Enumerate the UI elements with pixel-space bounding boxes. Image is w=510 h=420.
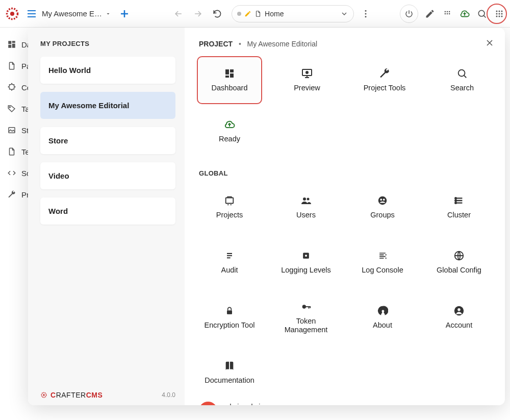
svg-point-28: [43, 394, 45, 396]
file-icon: [7, 147, 16, 156]
craftercms-logo-icon: [5, 7, 19, 21]
svg-rect-7: [449, 11, 450, 12]
sidebar-item-pages[interactable]: Pag: [0, 55, 31, 77]
create-button[interactable]: [116, 6, 133, 22]
book-icon: [223, 360, 236, 372]
monitor-icon: [301, 67, 313, 80]
tile-account[interactable]: Account: [428, 294, 490, 340]
sidebar-item-project-tools[interactable]: Pr: [0, 184, 31, 205]
site-selector-label: My Awesome E…: [42, 9, 102, 18]
tile-label: Global Config: [437, 266, 481, 275]
power-button[interactable]: [400, 5, 418, 23]
project-card[interactable]: Video: [40, 162, 175, 189]
apps-launcher-button[interactable]: [494, 8, 505, 19]
tile-cluster[interactable]: Cluster: [428, 184, 490, 230]
svg-rect-48: [227, 310, 232, 314]
tile-project-tools[interactable]: Project Tools: [354, 58, 415, 102]
tile-logging-levels[interactable]: Logging Levels: [275, 239, 337, 285]
svg-point-19: [499, 15, 500, 17]
main-menu-button[interactable]: [23, 6, 40, 22]
svg-rect-6: [447, 11, 448, 12]
tile-token-management[interactable]: Token Management: [275, 294, 337, 340]
grid-button[interactable]: [442, 8, 453, 19]
svg-point-17: [501, 13, 503, 14]
reload-button[interactable]: [212, 9, 222, 19]
wrench-icon: [7, 190, 16, 199]
modal-content: PROJECT • My Awesome Editorial Dashboard…: [185, 28, 505, 405]
svg-point-3: [365, 13, 367, 14]
svg-rect-32: [225, 76, 229, 78]
tile-preview[interactable]: Preview: [276, 58, 338, 102]
brand-letter: C: [50, 391, 56, 399]
svg-rect-31: [230, 73, 234, 78]
tile-dashboard[interactable]: Dashboard: [199, 58, 260, 102]
project-card[interactable]: Word: [40, 197, 175, 225]
tile-log-console[interactable]: Log Console: [352, 239, 413, 285]
svg-point-44: [455, 203, 456, 204]
tile-projects[interactable]: Projects: [199, 184, 260, 230]
tile-about[interactable]: About: [352, 294, 413, 340]
tile-search[interactable]: Search: [431, 58, 493, 102]
tile-documentation[interactable]: Documentation: [199, 350, 260, 396]
tag-icon: [7, 104, 16, 113]
search-button[interactable]: [476, 8, 488, 19]
project-card[interactable]: Store: [40, 127, 175, 154]
sidebar-item-templates[interactable]: Tem: [0, 141, 31, 162]
tile-audit[interactable]: Audit: [199, 239, 260, 285]
publish-cloud-button[interactable]: [459, 8, 470, 19]
tile-global-config[interactable]: Global Config: [428, 239, 490, 285]
tile-users[interactable]: Users: [275, 184, 337, 230]
back-button[interactable]: [173, 9, 184, 19]
chevron-down-icon: [340, 10, 348, 18]
more-button[interactable]: [360, 8, 371, 19]
users-icon: [300, 194, 312, 207]
tile-label: Project Tools: [364, 84, 406, 92]
groups-icon: [376, 194, 389, 207]
project-name: Video: [48, 171, 69, 180]
svg-rect-10: [449, 13, 450, 14]
console-icon: [376, 250, 389, 262]
brand-label: CRAFTERCMS: [40, 391, 103, 399]
project-card[interactable]: Hello World: [40, 57, 175, 84]
sidebar-item-dashboard[interactable]: Da: [0, 34, 31, 55]
svg-point-43: [455, 200, 456, 202]
svg-point-25: [9, 107, 10, 108]
address-bar[interactable]: Home: [232, 5, 354, 22]
project-name: Store: [48, 136, 68, 145]
site-selector[interactable]: My Awesome E…: [42, 9, 111, 18]
lock-icon: [223, 305, 236, 317]
tile-label: Documentation: [205, 376, 254, 385]
globe-icon: [453, 250, 465, 262]
tile-label: Logging Levels: [281, 266, 331, 275]
svg-rect-52: [310, 306, 311, 308]
sidebar-item-scripts[interactable]: Scri: [0, 162, 31, 184]
tile-label: Account: [446, 321, 472, 330]
svg-point-12: [496, 10, 498, 12]
brand-text: CMS: [86, 391, 103, 399]
breadcrumb: PROJECT • My Awesome Editorial: [199, 40, 493, 48]
tile-groups[interactable]: Groups: [352, 184, 413, 230]
project-card-selected[interactable]: My Awesome Editorial: [40, 92, 175, 119]
sidebar-item-components[interactable]: Com: [0, 77, 31, 98]
code-icon: [7, 168, 16, 178]
tile-encryption-tool[interactable]: Encryption Tool: [199, 294, 260, 340]
forward-button[interactable]: [193, 9, 203, 19]
tile-label: Log Console: [362, 266, 403, 275]
tile-label: Projects: [216, 211, 243, 219]
sidebar-item-static[interactable]: Stat: [0, 119, 31, 141]
svg-rect-36: [226, 198, 234, 204]
crumb-sep: •: [237, 40, 243, 48]
tile-label: Groups: [370, 211, 395, 219]
svg-point-20: [501, 15, 503, 17]
gear-icon: [40, 391, 47, 399]
close-button[interactable]: [484, 38, 495, 48]
sidebar-item-taxonomy[interactable]: Tax: [0, 98, 31, 119]
logout-button[interactable]: [480, 405, 493, 405]
svg-point-40: [380, 199, 382, 201]
svg-point-14: [501, 10, 503, 12]
tile-label: Search: [450, 84, 474, 92]
avatar[interactable]: AA: [199, 402, 217, 405]
svg-point-37: [303, 197, 306, 201]
tile-ready[interactable]: Ready: [199, 109, 260, 153]
edit-mode-button[interactable]: [424, 8, 436, 19]
